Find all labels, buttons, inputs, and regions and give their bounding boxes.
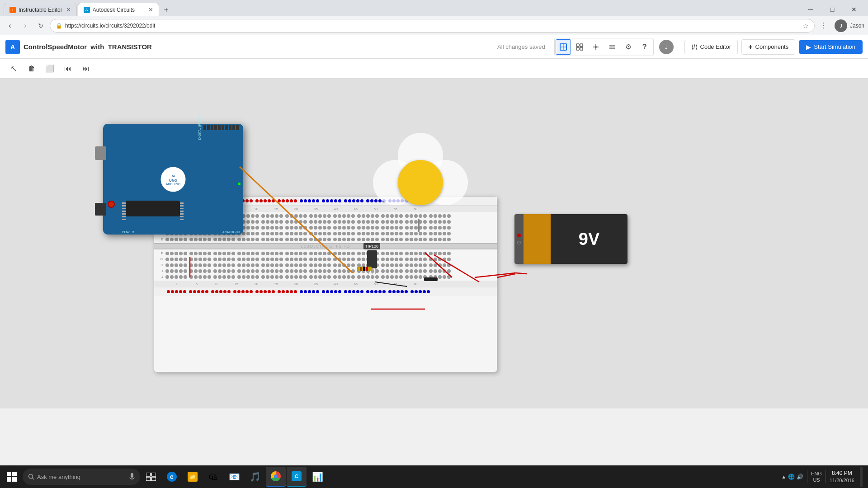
address-box[interactable]: 🔒 https://circuits.io/circuits/3292022/e… (50, 19, 815, 33)
svg-line-27 (33, 478, 34, 480)
fan-hub (398, 160, 443, 205)
browser-menu-icon[interactable]: ⋮ (817, 19, 830, 32)
star-icon[interactable]: ☆ (803, 22, 809, 29)
clock[interactable]: 8:40 PM 11/20/2016 (830, 469, 854, 484)
tray-separator (807, 470, 807, 483)
select-tool[interactable]: ↖ (5, 61, 22, 77)
taskbar: Ask me anything e 📁 🛍 📧 🎵 C 📊 ▲ 🌐 🔊 (0, 465, 868, 488)
tray-icons[interactable]: ▲ 🌐 🔊 (781, 474, 803, 480)
minimize-button[interactable]: ─ (800, 3, 821, 16)
arduino-mcu (126, 201, 180, 216)
next-step-tool[interactable]: ⏭ (78, 61, 94, 77)
arduino-digital-header: DIGITAL (PWM~) (198, 124, 239, 131)
prev-step-tool[interactable]: ⏮ (60, 61, 76, 77)
svg-rect-23 (12, 472, 17, 476)
task-view-icon (146, 473, 156, 481)
edit-toolbar: ↖ 🗑 ⬜ ⏮ ⏭ (0, 59, 868, 79)
tip120-transistor[interactable]: TIP120 (367, 250, 377, 268)
battery-body-brown (524, 214, 551, 264)
tab-close-instructable[interactable]: ✕ (66, 6, 71, 13)
taskbar-app-mail[interactable]: 📧 (224, 467, 244, 487)
start-simulation-button[interactable]: ▶ Start Simulation (799, 40, 863, 54)
locale-info: ENG US (811, 470, 822, 483)
reload-button[interactable]: ↻ (34, 19, 47, 32)
battery-voltage-label: 9V (579, 230, 599, 249)
tab-title-instructable: Instructable Editor (19, 7, 62, 13)
svg-rect-32 (146, 477, 151, 481)
address-bar-row: ‹ › ↻ 🔒 https://circuits.io/circuits/329… (0, 16, 868, 35)
arduino-usb (95, 146, 106, 160)
tab-instructable[interactable]: I Instructable Editor ✕ (4, 3, 77, 16)
code-editor-label: Code Editor (700, 43, 731, 50)
project-title: ControlSpeedMotor_with_TRANSISTOR (24, 43, 494, 51)
taskbar-app-circuits[interactable]: C (287, 467, 307, 487)
arduino-on-led (238, 183, 241, 185)
taskbar-app-chrome[interactable] (266, 467, 286, 487)
tab-close-autodesk[interactable]: ✕ (148, 6, 153, 13)
components-button[interactable]: + Components (741, 39, 795, 55)
arduino-reset-btn[interactable] (108, 201, 115, 208)
tray-volume-icon[interactable]: 🔊 (797, 474, 803, 480)
frame-tool[interactable]: ⬜ (42, 61, 58, 77)
canvas-area[interactable]: DIGITAL (PWM~) ∞ UNO AR (0, 79, 868, 408)
fan-motor[interactable] (371, 133, 470, 232)
black-component[interactable] (424, 277, 438, 281)
battery[interactable]: 9V (514, 214, 627, 264)
logo-text: A (10, 43, 15, 51)
locale-lang: ENG (811, 470, 822, 477)
mcu-pins-left (122, 202, 126, 220)
tray-network-icon[interactable]: 🌐 (788, 474, 795, 480)
tab-bar: I Instructable Editor ✕ A Autodesk Circu… (0, 0, 868, 16)
forward-button[interactable]: › (19, 19, 32, 32)
taskbar-app-explorer[interactable]: 📁 (183, 467, 203, 487)
search-text: Ask me anything (37, 474, 80, 480)
code-editor-button[interactable]: ⟨/⟩ Code Editor (684, 40, 738, 54)
select-tool-icon[interactable] (556, 39, 571, 55)
resistor-body (357, 267, 372, 271)
svg-rect-30 (146, 473, 151, 476)
circuits-icon: C (292, 471, 302, 481)
tab-autodesk[interactable]: A Autodesk Circuits ✕ (78, 3, 159, 16)
user-avatar-app[interactable]: J (659, 40, 674, 54)
mic-icon (129, 473, 135, 480)
taskbar-app-taskswitcher[interactable] (141, 467, 161, 487)
taskbar-app-media[interactable]: 🎵 (245, 467, 265, 487)
back-button[interactable]: ‹ (4, 19, 16, 32)
resistor-band3 (366, 267, 368, 271)
delete-tool[interactable]: 🗑 (24, 61, 40, 77)
browser-chrome: I Instructable Editor ✕ A Autodesk Circu… (0, 0, 868, 35)
user-avatar[interactable]: J (835, 19, 847, 32)
svg-rect-22 (7, 472, 11, 476)
taskbar-app-excel[interactable]: 📊 (307, 467, 327, 487)
arduino-board[interactable]: DIGITAL (PWM~) ∞ UNO AR (103, 124, 243, 235)
close-button[interactable]: ✕ (844, 3, 864, 16)
fit-tool-icon[interactable] (572, 39, 587, 55)
route-tool-icon[interactable] (588, 39, 604, 55)
svg-rect-5 (576, 47, 579, 50)
settings-icon[interactable]: ⚙ (621, 39, 636, 55)
svg-point-26 (29, 474, 33, 479)
tab-favicon-instructable: I (9, 7, 16, 13)
taskbar-search[interactable]: Ask me anything (23, 469, 140, 485)
lock-icon: 🔒 (56, 23, 62, 29)
help-icon[interactable]: ? (637, 39, 652, 55)
taskbar-app-store[interactable]: 🛍 (203, 467, 223, 487)
arduino-uno-label: UNO (169, 178, 177, 182)
maximize-button[interactable]: □ (822, 3, 843, 16)
list-view-icon[interactable] (604, 39, 620, 55)
new-tab-button[interactable]: + (160, 4, 173, 16)
taskbar-app-edge[interactable]: e (162, 467, 182, 487)
action-buttons: ⟨/⟩ Code Editor + Components ▶ Start Sim… (684, 39, 863, 55)
resistor-band1 (360, 267, 362, 271)
mcu-pins-right (180, 202, 184, 220)
user-name-abbr: J (840, 23, 842, 28)
start-button[interactable] (2, 467, 22, 487)
arduino-logo-symbol: ∞ (172, 173, 175, 178)
show-desktop-btn[interactable] (860, 467, 863, 487)
arduino-brand-label: ARDUINO (166, 182, 180, 185)
tray-arrow[interactable]: ▲ (781, 474, 786, 479)
arduino-power (95, 203, 106, 216)
bb-center-gap: 123D.CIRCUITS.IO (154, 243, 497, 249)
store-icon: 🛍 (209, 472, 218, 482)
resistor[interactable] (357, 267, 372, 271)
